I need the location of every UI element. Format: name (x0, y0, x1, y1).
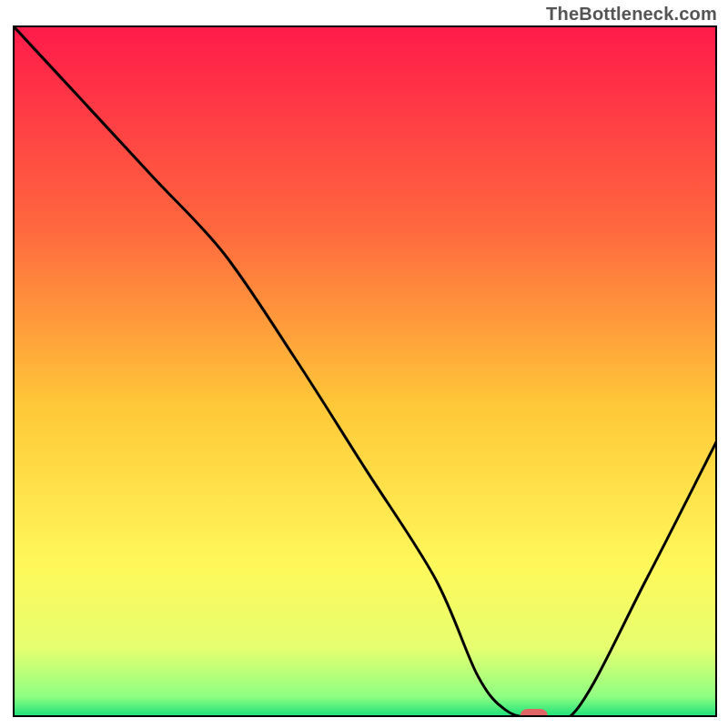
chart-canvas (13, 25, 717, 717)
watermark-label: TheBottleneck.com (546, 4, 717, 25)
bottleneck-chart (13, 25, 717, 717)
gradient-background (13, 25, 717, 717)
